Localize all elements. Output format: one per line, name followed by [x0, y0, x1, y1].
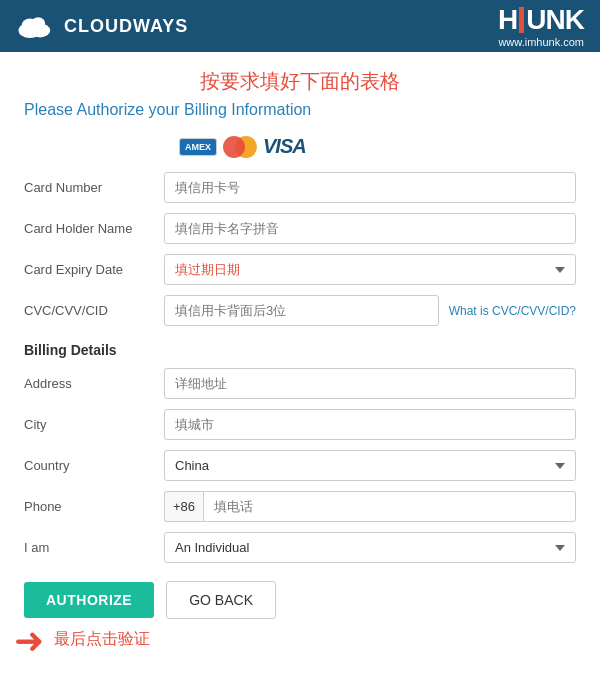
header-right: H UNK www.imhunk.com [498, 4, 584, 48]
main-content: 按要求填好下面的表格 Please Authorize your Billing… [0, 52, 600, 679]
phone-prefix: +86 [164, 491, 203, 522]
card-icons-row: AMEX VISA [179, 135, 576, 158]
card-expiry-label: Card Expiry Date [24, 262, 164, 277]
red-arrow-icon: ➜ [14, 623, 44, 659]
amex-icon: AMEX [179, 138, 217, 156]
cloud-icon [16, 12, 54, 40]
card-number-input[interactable] [164, 172, 576, 203]
cvc-label: CVC/CVV/CID [24, 303, 164, 318]
cvc-input[interactable] [164, 295, 439, 326]
hunk-logo-bar [519, 7, 524, 33]
phone-label: Phone [24, 499, 164, 514]
card-holder-label: Card Holder Name [24, 221, 164, 236]
address-input[interactable] [164, 368, 576, 399]
authorize-button[interactable]: AUTHORIZE [24, 582, 154, 618]
hunk-logo-h: H [498, 4, 517, 36]
header-left: CLOUDWAYS [16, 12, 188, 40]
city-label: City [24, 417, 164, 432]
card-holder-input[interactable] [164, 213, 576, 244]
buttons-row: AUTHORIZE GO BACK [24, 581, 576, 619]
address-row: Address [24, 368, 576, 399]
imhunk-url: www.imhunk.com [498, 36, 584, 48]
card-expiry-select[interactable]: 填过期日期 01/2024 02/2024 03/2025 [164, 254, 576, 285]
mc-left-circle [223, 136, 245, 158]
city-row: City [24, 409, 576, 440]
i-am-row: I am An Individual A Business [24, 532, 576, 563]
svg-rect-4 [24, 29, 47, 35]
cvc-link[interactable]: What is CVC/CVV/CID? [449, 304, 576, 318]
hunk-logo-unk: UNK [526, 4, 584, 36]
phone-row: Phone +86 [24, 491, 576, 522]
address-label: Address [24, 376, 164, 391]
card-number-label: Card Number [24, 180, 164, 195]
card-number-row: Card Number [24, 172, 576, 203]
i-am-label: I am [24, 540, 164, 555]
card-holder-row: Card Holder Name [24, 213, 576, 244]
mastercard-icon [223, 136, 257, 158]
svg-point-3 [31, 17, 45, 30]
go-back-button[interactable]: GO BACK [166, 581, 276, 619]
bottom-annotation: ➜ 最后点击验证 [24, 623, 576, 659]
brand-name: CLOUDWAYS [64, 16, 188, 37]
top-instruction: 按要求填好下面的表格 [24, 68, 576, 95]
city-input[interactable] [164, 409, 576, 440]
cvc-row: CVC/CVV/CID What is CVC/CVV/CID? [24, 295, 576, 326]
header: CLOUDWAYS H UNK www.imhunk.com [0, 0, 600, 52]
phone-input-group: +86 [164, 491, 576, 522]
hunk-logo-area: H UNK [498, 4, 584, 36]
card-expiry-row: Card Expiry Date 填过期日期 01/2024 02/2024 0… [24, 254, 576, 285]
billing-details-title: Billing Details [24, 342, 576, 358]
authorize-title: Please Authorize your Billing Informatio… [24, 101, 576, 119]
visa-icon: VISA [263, 135, 306, 158]
final-instruction: 最后点击验证 [54, 629, 150, 650]
country-row: Country China United States United Kingd… [24, 450, 576, 481]
country-label: Country [24, 458, 164, 473]
country-select[interactable]: China United States United Kingdom [164, 450, 576, 481]
phone-number-input[interactable] [203, 491, 576, 522]
i-am-select[interactable]: An Individual A Business [164, 532, 576, 563]
